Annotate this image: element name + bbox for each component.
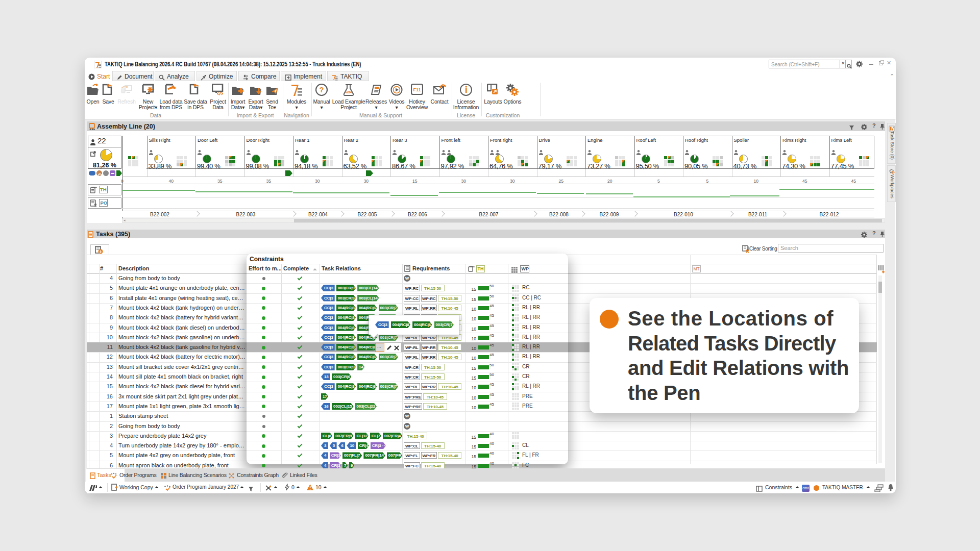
svg-text:F11: F11 — [413, 87, 421, 92]
svg-text:?: ? — [320, 86, 324, 94]
svg-text:TKQ: TKQ — [346, 91, 352, 94]
